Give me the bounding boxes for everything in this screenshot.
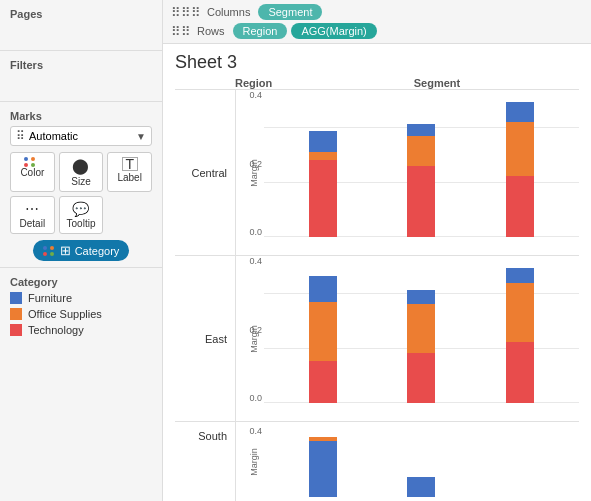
y-axis-title-central: Margin [249,159,259,187]
region-pill[interactable]: Region [233,23,288,39]
south-corporate-bar [407,426,435,497]
east-corporate-tech [407,353,435,403]
color-button[interactable]: Color [10,152,55,192]
central-corporate-tech [407,166,435,237]
east-consumer-office [309,302,337,362]
east-consumer-stack [309,276,337,403]
east-row: East 0.4 0.2 0.0 Margin [175,255,579,421]
pages-label: Pages [10,8,152,20]
segment-col-header: Segment [295,77,579,89]
category-legend-label: Category [10,276,152,288]
south-corporate-furniture [407,477,435,497]
chart-area: Sheet 3 Region Segment Central [163,44,591,501]
filters-section: Filters [0,51,162,102]
central-corporate-office [407,136,435,166]
east-label: East [175,256,235,421]
filters-label: Filters [10,59,152,71]
central-consumer-stack [309,131,337,237]
central-corporate-furniture [407,124,435,135]
east-consumer-tech [309,361,337,403]
south-bars [264,422,579,501]
rows-icon: ⠿⠿ [171,24,191,39]
office-supplies-label: Office Supplies [28,308,102,320]
chart-rows-container: Central 0.4 0.2 0.0 Margin [175,89,579,501]
central-homeoffice-stack [506,102,534,237]
east-bars [264,256,579,421]
label-label: Label [117,172,141,183]
south-consumer-bar [309,426,337,497]
pages-content [10,24,152,44]
marks-label: Marks [10,110,152,122]
south-y-label-04: 0.4 [249,426,262,436]
central-homeoffice-office [506,122,534,176]
central-consumer-furniture [309,131,337,152]
label-button[interactable]: T Label [107,152,152,192]
central-homeoffice-furniture [506,102,534,122]
category-legend-section: Category Furniture Office Supplies Techn… [0,268,162,346]
central-bars [264,90,579,255]
y-label-00: 0.0 [249,227,262,237]
south-consumer-stack [309,437,337,497]
detail-button[interactable]: ⋯ Detail [10,196,55,234]
east-corporate-furniture [407,290,435,304]
marks-type-icon: ⠿ [16,129,25,143]
columns-icon: ⠿⠿⠿ [171,5,201,20]
furniture-label: Furniture [28,292,72,304]
east-corporate-stack [407,290,435,403]
east-consumer-bar [305,262,341,403]
central-label: Central [175,90,235,255]
y-axis-title-east: Margin [249,325,259,353]
chevron-down-icon: ▼ [136,131,146,142]
size-button[interactable]: ⬤ Size [59,152,104,192]
legend-item-office-supplies: Office Supplies [10,308,152,320]
pages-section: Pages [0,0,162,51]
category-pill-button[interactable]: ⊞ Category [33,240,130,261]
central-corporate-stack [407,124,435,237]
left-panel: Pages Filters Marks ⠿ Automatic ▼ Color [0,0,163,501]
column-headers: Region Segment [235,77,579,89]
rows-shelf: ⠿⠿ Rows Region AGG(Margin) [171,23,583,39]
south-label: South [175,422,235,501]
tooltip-icon: 💬 [72,201,89,217]
east-consumer-furniture [309,276,337,301]
plus-icon: ⊞ [60,243,71,258]
segment-pill[interactable]: Segment [258,4,322,20]
central-homeoffice-tech [506,176,534,237]
central-corporate-bar [403,96,439,237]
filters-content [10,75,152,95]
tooltip-label: Tooltip [67,218,96,229]
tooltip-button[interactable]: 💬 Tooltip [59,196,104,234]
y-label-04: 0.4 [249,90,262,100]
south-consumer-furniture [309,441,337,497]
agg-margin-pill[interactable]: AGG(Margin) [291,23,376,39]
columns-shelf-label: Columns [207,6,250,18]
size-icon: ⬤ [72,157,89,175]
central-row: Central 0.4 0.2 0.0 Margin [175,89,579,255]
technology-label: Technology [28,324,84,336]
detail-label: Detail [20,218,46,229]
category-pill-label: Category [75,245,120,257]
south-chart: 0.4 Margin [235,422,579,501]
east-homeoffice-tech [506,342,534,403]
category-pill-icon [43,246,55,256]
marks-buttons-grid: Color ⬤ Size T Label ⋯ Detail 💬 Tooltip [10,152,152,234]
marks-type-dropdown[interactable]: ⠿ Automatic ▼ [10,126,152,146]
marks-type-value: Automatic [29,130,136,142]
east-homeoffice-stack [506,268,534,403]
east-homeoffice-furniture [506,268,534,283]
marks-section: Marks ⠿ Automatic ▼ Color ⬤ Size T [0,102,162,268]
y-axis-title-south: Margin [249,448,259,476]
furniture-swatch [10,292,22,304]
east-corporate-office [407,304,435,354]
chart-body: Region Segment Central 0.4 [163,77,591,501]
east-chart: 0.4 0.2 0.0 Margin [235,256,579,421]
central-consumer-bar [305,96,341,237]
region-col-header: Region [235,77,295,89]
central-consumer-tech [309,160,337,237]
south-row: South 0.4 Margin [175,421,579,501]
shelf-area: ⠿⠿⠿ Columns Segment ⠿⠿ Rows Region AGG(M… [163,0,591,44]
label-icon: T [122,157,138,171]
central-chart: 0.4 0.2 0.0 Margin [235,90,579,255]
east-corporate-bar [403,262,439,403]
east-y-label-04: 0.4 [249,256,262,266]
